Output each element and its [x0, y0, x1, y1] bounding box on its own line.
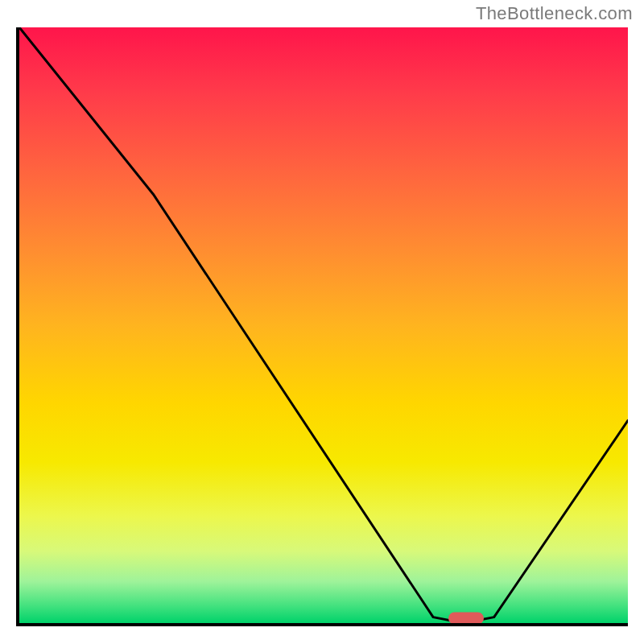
bottleneck-chart: TheBottleneck.com	[0, 0, 644, 644]
curve-path	[19, 27, 628, 623]
bottleneck-curve	[19, 27, 628, 623]
plot-area	[16, 27, 628, 626]
watermark-text: TheBottleneck.com	[476, 3, 633, 24]
optimal-marker	[448, 613, 484, 625]
